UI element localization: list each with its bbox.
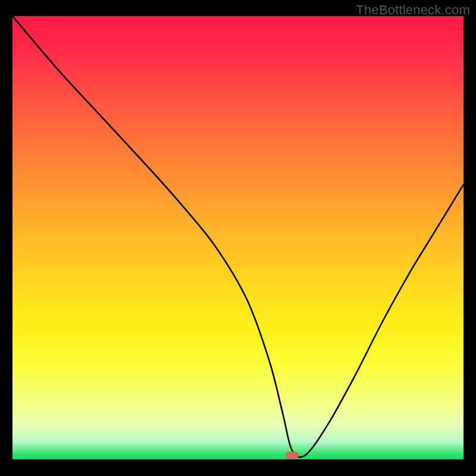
plot-area	[12, 16, 464, 459]
optimal-point-marker	[286, 452, 299, 459]
bottleneck-curve	[12, 16, 464, 459]
watermark-label: TheBottleneck.com	[356, 2, 470, 18]
chart-frame: TheBottleneck.com	[0, 0, 476, 476]
